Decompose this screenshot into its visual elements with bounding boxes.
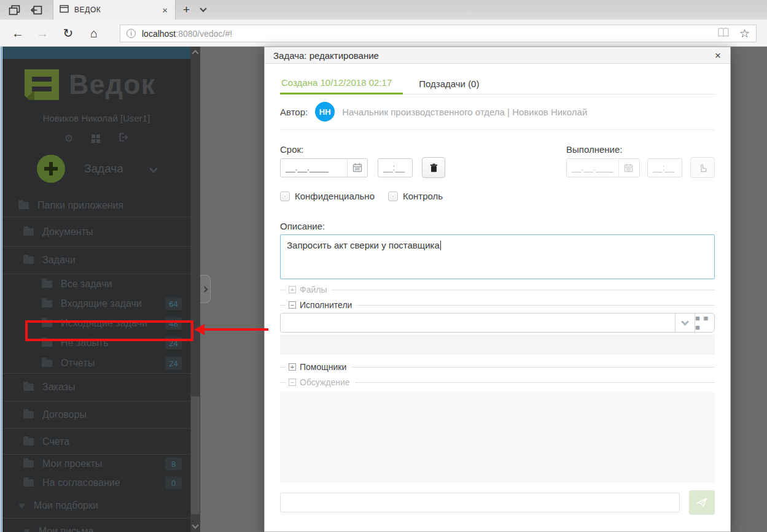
control-checkbox-group[interactable]: Контроль: [388, 191, 443, 201]
back-icon[interactable]: ←: [7, 20, 28, 47]
sidebar-item-all-tasks[interactable]: Все задачи: [2, 274, 190, 294]
tab-created[interactable]: Создана 10/12/2018 02:17: [280, 74, 403, 94]
tab-subtasks[interactable]: Подзадачи (0): [418, 75, 480, 94]
folder-icon: [23, 411, 34, 418]
completion-time-input[interactable]: [647, 158, 682, 177]
sidebar-item-my-collections[interactable]: ♥Мои подборки: [2, 493, 190, 519]
expand-plus-icon[interactable]: +: [289, 286, 296, 293]
message-input[interactable]: [280, 493, 680, 512]
sidebar-item-app-folders[interactable]: Папки приложения: [2, 195, 190, 217]
discussion-section-label: Обсуждение: [300, 377, 350, 387]
files-section-toggle[interactable]: + Файлы: [280, 285, 715, 295]
author-value: Начальник производственного отдела | Нов…: [342, 107, 587, 117]
sidebar-collapse-handle[interactable]: [200, 275, 211, 303]
deadline-date-input[interactable]: [281, 163, 347, 172]
reading-view-icon[interactable]: [717, 28, 730, 40]
count-badge: 64: [165, 298, 182, 310]
deadline-time-input[interactable]: [378, 158, 413, 177]
completion-group: Выполнение:: [566, 144, 715, 178]
send-message-button[interactable]: [689, 490, 715, 515]
logout-icon[interactable]: [119, 133, 128, 144]
create-chevron-down-icon[interactable]: [149, 164, 158, 173]
folder-icon: [23, 256, 34, 264]
collapse-minus-icon[interactable]: −: [289, 301, 296, 309]
new-tab-button[interactable]: +: [176, 0, 197, 20]
settings-gear-icon[interactable]: ⚙: [64, 133, 73, 144]
address-bar[interactable]: i localhost:8080/vedoc/#! ☆: [120, 25, 757, 42]
scroll-down-icon[interactable]: [192, 522, 198, 528]
create-task-row: Задача: [37, 155, 190, 183]
heart-icon: ♥: [18, 502, 25, 509]
set-tabs-aside-icon[interactable]: [28, 2, 44, 18]
description-label: Описание:: [280, 221, 715, 231]
discussion-section-toggle[interactable]: − Обсуждение: [280, 377, 715, 387]
control-checkbox[interactable]: [388, 191, 398, 201]
highlight-arrow-line: [204, 328, 268, 331]
scrollbar-thumb[interactable]: [191, 396, 200, 514]
site-info-icon[interactable]: i: [127, 29, 136, 38]
heart-icon: ♥: [23, 528, 30, 532]
tab-close-icon[interactable]: ×: [160, 4, 170, 16]
count-badge: 0: [165, 477, 182, 490]
confidential-label: Конфиденциально: [295, 191, 375, 201]
refresh-icon[interactable]: ↻: [58, 20, 79, 47]
executor-input[interactable]: [281, 314, 675, 332]
author-row: Автор: НН Начальник производственного от…: [280, 102, 715, 121]
confidential-checkbox-group[interactable]: Конфиденциально: [280, 191, 375, 201]
sidebar-item-my-letters[interactable]: ♥Мои письма: [2, 519, 190, 532]
create-task-label[interactable]: Задача: [84, 162, 123, 175]
dialog-close-icon[interactable]: ×: [713, 50, 723, 61]
forward-icon[interactable]: →: [32, 20, 53, 47]
collapse-minus-icon[interactable]: −: [289, 379, 296, 386]
sidebar-item-contracts[interactable]: Договоры: [2, 401, 190, 429]
url-host: localhost: [142, 29, 176, 39]
home-icon[interactable]: ⌂: [84, 20, 104, 47]
executors-list: [280, 334, 715, 355]
sidebar-item-my-projects[interactable]: Мои проекты8: [2, 455, 190, 473]
completion-date-input[interactable]: [567, 163, 618, 172]
combobox-chevron-down-icon[interactable]: [675, 314, 695, 332]
count-badge: 8: [165, 458, 182, 471]
sidebar-menu: Папки приложения Документы Задачи Все за…: [2, 195, 190, 532]
tab-list-dropdown-icon[interactable]: [197, 0, 209, 20]
clear-deadline-button[interactable]: [422, 157, 445, 178]
url-text: localhost:8080/vedoc/#!: [142, 29, 232, 39]
logo-icon: [25, 69, 59, 100]
executor-browse-button[interactable]: ■ ■ ■: [695, 314, 714, 332]
description-textarea[interactable]: Запросить акт сверки у поставщика: [280, 234, 715, 279]
favorites-star-icon[interactable]: ☆: [739, 26, 750, 40]
add-task-button[interactable]: [37, 155, 65, 183]
count-badge: 24: [165, 357, 182, 369]
url-path: :8080/vedoc/#!: [176, 29, 232, 39]
complete-hand-button[interactable]: [690, 157, 715, 178]
sidebar-item-for-approval[interactable]: На согласование0: [2, 473, 190, 493]
avatar: НН: [315, 102, 335, 121]
tab-title: ВЕДОК: [74, 6, 160, 14]
scroll-up-icon[interactable]: [192, 50, 198, 56]
executor-combobox[interactable]: ■ ■ ■: [280, 313, 715, 333]
calendar-icon[interactable]: [347, 159, 367, 177]
user-name: Новиков Николай [User1]: [2, 113, 190, 123]
folder-icon: [23, 228, 34, 236]
executors-section-toggle[interactable]: − Исполнители: [280, 300, 715, 310]
completion-date-field[interactable]: [566, 158, 640, 177]
browser-tab[interactable]: ВЕДОК ×: [53, 0, 176, 20]
folder-icon: [23, 438, 34, 445]
apps-grid-icon[interactable]: [91, 134, 95, 138]
page-overlay: Ведок Новиков Николай [User1] ⚙ Задача П…: [0, 47, 767, 532]
tab-preview-icon[interactable]: [6, 2, 22, 18]
calendar-icon: [618, 159, 638, 177]
sidebar-scrollbar[interactable]: [190, 47, 200, 532]
helpers-section-toggle[interactable]: + Помощники: [280, 362, 715, 372]
confidential-checkbox[interactable]: [280, 191, 290, 201]
sidebar-item-documents[interactable]: Документы: [2, 217, 190, 247]
sidebar-item-reports[interactable]: Отчеты24: [2, 353, 190, 374]
expand-plus-icon[interactable]: +: [289, 363, 296, 371]
sidebar-item-incoming-tasks[interactable]: Входящие задачи64: [2, 294, 190, 314]
deadline-date-field[interactable]: [280, 158, 368, 177]
dialog-titlebar: Задача: редактирование ×: [265, 47, 730, 64]
sidebar-item-orders[interactable]: Заказы: [2, 374, 190, 401]
executors-section-label: Исполнители: [300, 300, 352, 310]
sidebar-item-tasks[interactable]: Задачи: [2, 247, 190, 274]
sidebar-item-invoices[interactable]: Счета: [2, 429, 190, 455]
